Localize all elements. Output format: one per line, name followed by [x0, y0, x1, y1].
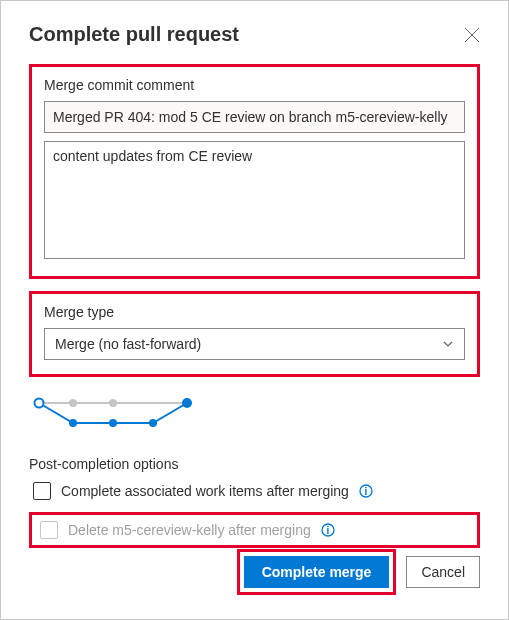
post-completion-label: Post-completion options [29, 456, 480, 472]
svg-point-8 [109, 419, 117, 427]
merge-type-section: Merge type Merge (no fast-forward) [29, 291, 480, 377]
commit-comment-section: Merge commit comment [29, 64, 480, 279]
complete-pr-dialog: Complete pull request Merge commit comme… [0, 0, 509, 620]
commit-description-input[interactable] [44, 141, 465, 259]
info-icon[interactable]: i [321, 523, 335, 537]
complete-merge-highlight: Complete merge [237, 549, 397, 595]
cancel-button[interactable]: Cancel [406, 556, 480, 588]
option-complete-work-items[interactable]: Complete associated work items after mer… [29, 482, 480, 500]
git-graph-icon [33, 395, 193, 431]
svg-point-4 [69, 399, 77, 407]
checkbox-icon [40, 521, 58, 539]
svg-point-3 [35, 399, 44, 408]
chevron-down-icon [442, 338, 454, 350]
checkbox-icon[interactable] [33, 482, 51, 500]
svg-point-9 [149, 419, 157, 427]
complete-merge-button[interactable]: Complete merge [244, 556, 390, 588]
merge-type-value: Merge (no fast-forward) [55, 336, 201, 352]
option-label: Delete m5-cereview-kelly after merging [68, 522, 311, 538]
option-delete-branch-highlight: Delete m5-cereview-kelly after merging i [29, 512, 480, 548]
info-icon[interactable]: i [359, 484, 373, 498]
dialog-header: Complete pull request [29, 23, 480, 46]
commit-title-input[interactable] [44, 101, 465, 133]
svg-text:i: i [365, 486, 368, 497]
commit-comment-label: Merge commit comment [44, 77, 465, 93]
svg-point-7 [69, 419, 77, 427]
svg-text:i: i [326, 525, 329, 536]
merge-type-select[interactable]: Merge (no fast-forward) [44, 328, 465, 360]
close-icon[interactable] [464, 27, 480, 43]
dialog-footer: Complete merge Cancel [237, 549, 480, 595]
dialog-title: Complete pull request [29, 23, 239, 46]
svg-point-5 [109, 399, 117, 407]
option-label: Complete associated work items after mer… [61, 483, 349, 499]
merge-type-label: Merge type [44, 304, 465, 320]
option-delete-branch: Delete m5-cereview-kelly after merging i [40, 521, 469, 539]
svg-point-6 [182, 398, 192, 408]
